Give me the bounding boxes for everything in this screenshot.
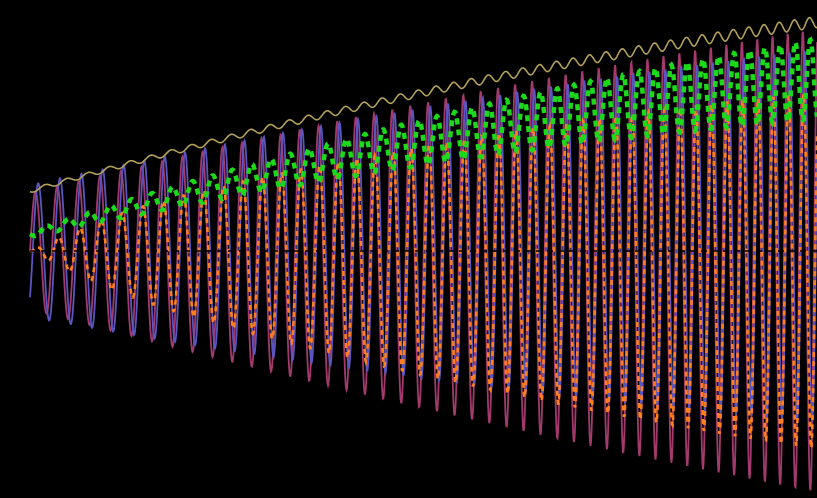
chart-canvas bbox=[0, 0, 817, 498]
waveform-chart bbox=[0, 0, 817, 498]
